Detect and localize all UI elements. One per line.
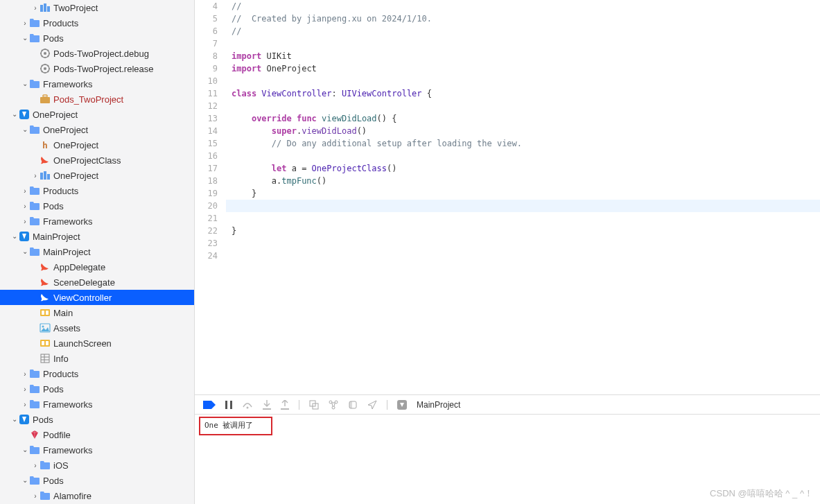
pause-button[interactable] <box>225 401 232 409</box>
line-number[interactable]: 9 <box>195 62 218 75</box>
line-number[interactable]: 6 <box>195 25 218 37</box>
line-number[interactable]: 16 <box>195 150 218 162</box>
disclosure-icon[interactable]: ⌄ <box>21 80 29 87</box>
code-line[interactable]: // <box>226 0 820 12</box>
disclosure-icon[interactable]: › <box>21 370 29 378</box>
tree-item-products[interactable]: ›Products <box>0 366 194 381</box>
disclosure-icon[interactable]: ⌄ <box>21 446 29 453</box>
tree-item-oneprojectclass[interactable]: OneProjectClass <box>0 153 194 168</box>
tree-item-scenedelegate[interactable]: SceneDelegate <box>0 275 194 290</box>
line-number[interactable]: 4 <box>195 0 218 12</box>
code-line[interactable] <box>226 200 820 212</box>
disclosure-icon[interactable]: › <box>31 172 40 180</box>
tree-item-info[interactable]: Info <box>0 351 194 366</box>
code-line[interactable]: import OneProject <box>226 62 820 75</box>
code-line[interactable] <box>226 37 820 50</box>
code-content[interactable]: //// Created by jianpeng.xu on 2024/1/10… <box>226 0 820 394</box>
tree-item-oneproject[interactable]: ›OneProject <box>0 168 194 183</box>
tree-item-products[interactable]: ›Products <box>0 183 194 198</box>
code-line[interactable]: // Do any additional setup after loading… <box>226 137 820 150</box>
line-number[interactable]: 14 <box>195 125 218 137</box>
line-number[interactable]: 23 <box>195 237 218 250</box>
env-overrides-button[interactable] <box>348 400 358 410</box>
line-number[interactable]: 21 <box>195 212 218 225</box>
toggle-breakpoints-button[interactable] <box>203 401 216 409</box>
tree-item-pods[interactable]: ⌄Pods <box>0 412 194 427</box>
line-number[interactable]: 22 <box>195 225 218 237</box>
code-line[interactable]: a.tmpFunc() <box>226 175 820 187</box>
tree-item-pods[interactable]: ⌄Pods <box>0 31 194 46</box>
line-number[interactable]: 19 <box>195 187 218 200</box>
code-line[interactable] <box>226 75 820 87</box>
tree-item-pods-twoproject[interactable]: Pods_TwoProject <box>0 92 194 107</box>
tree-item-pods[interactable]: ›Pods <box>0 381 194 397</box>
tree-item-pods[interactable]: ›Pods <box>0 198 194 214</box>
code-line[interactable]: } <box>226 187 820 200</box>
project-navigator[interactable]: ›TwoProject›Products⌄PodsPods-TwoProject… <box>0 0 195 504</box>
line-number[interactable]: 15 <box>195 137 218 150</box>
tree-item-main[interactable]: Main <box>0 305 194 320</box>
tree-item-products[interactable]: ›Products <box>0 15 194 31</box>
code-line[interactable] <box>226 150 820 162</box>
line-number[interactable]: 8 <box>195 50 218 62</box>
code-line[interactable]: // <box>226 25 820 37</box>
step-in-button[interactable] <box>263 400 271 410</box>
disclosure-icon[interactable]: ⌄ <box>21 34 29 42</box>
tree-item-pods[interactable]: ⌄Pods <box>0 473 194 488</box>
tree-item-mainproject[interactable]: ⌄MainProject <box>0 244 194 259</box>
tree-item-viewcontroller[interactable]: ViewController <box>0 290 194 305</box>
disclosure-icon[interactable]: ⌄ <box>21 247 29 255</box>
tree-item-frameworks[interactable]: ⌄Frameworks <box>0 76 194 92</box>
view-hierarchy-button[interactable] <box>309 400 319 410</box>
line-number[interactable]: 13 <box>195 112 218 125</box>
disclosure-icon[interactable]: › <box>21 385 29 393</box>
tree-item-mainproject[interactable]: ⌄MainProject <box>0 229 194 244</box>
tree-item-oneproject[interactable]: ⌄OneProject <box>0 122 194 137</box>
code-editor[interactable]: 456789101112131415161718192021222324 ///… <box>195 0 820 394</box>
code-line[interactable]: // Created by jianpeng.xu on 2024/1/10. <box>226 12 820 25</box>
tree-item-twoproject[interactable]: ›TwoProject <box>0 0 194 15</box>
line-number[interactable]: 7 <box>195 37 218 50</box>
tree-item-oneproject[interactable]: hOneProject <box>0 137 194 153</box>
code-line[interactable]: override func viewDidLoad() { <box>226 112 820 125</box>
line-number[interactable]: 20 <box>195 200 218 212</box>
disclosure-icon[interactable]: › <box>21 401 29 408</box>
code-line[interactable] <box>226 237 820 250</box>
line-number[interactable]: 11 <box>195 87 218 100</box>
memory-graph-button[interactable] <box>329 400 338 410</box>
code-line[interactable]: let a = OneProjectClass() <box>226 162 820 175</box>
tree-item-launchscreen[interactable]: LaunchScreen <box>0 336 194 351</box>
disclosure-icon[interactable]: › <box>31 4 40 12</box>
tree-item-frameworks[interactable]: ⌄Frameworks <box>0 442 194 458</box>
console-panel[interactable]: One 被调用了 CSDN @嘻嘻哈哈 ^ _ ^！ <box>195 414 820 504</box>
tree-item-oneproject[interactable]: ⌄OneProject <box>0 107 194 122</box>
disclosure-icon[interactable]: › <box>21 19 29 27</box>
code-line[interactable]: super.viewDidLoad() <box>226 125 820 137</box>
code-line[interactable] <box>226 212 820 225</box>
disclosure-icon[interactable]: › <box>21 218 29 225</box>
tree-item-frameworks[interactable]: ›Frameworks <box>0 397 194 412</box>
disclosure-icon[interactable]: › <box>21 187 29 195</box>
tree-item-alamofire[interactable]: ›Alamofire <box>0 488 194 503</box>
tree-item-podfile[interactable]: Podfile <box>0 427 194 442</box>
disclosure-icon[interactable]: ⌄ <box>10 415 19 423</box>
tree-item-pods-twoproject-release[interactable]: Pods-TwoProject.release <box>0 61 194 76</box>
code-line[interactable]: } <box>226 225 820 237</box>
disclosure-icon[interactable]: ⌄ <box>21 476 29 484</box>
code-line[interactable] <box>226 250 820 262</box>
step-out-button[interactable] <box>281 400 289 410</box>
disclosure-icon[interactable]: › <box>21 202 29 210</box>
line-number[interactable]: 5 <box>195 12 218 25</box>
line-number[interactable]: 18 <box>195 175 218 187</box>
code-line[interactable] <box>226 100 820 112</box>
line-number[interactable]: 24 <box>195 250 218 262</box>
disclosure-icon[interactable]: ⌄ <box>21 125 29 133</box>
line-number[interactable]: 12 <box>195 100 218 112</box>
line-number[interactable]: 10 <box>195 75 218 87</box>
location-button[interactable] <box>367 400 377 410</box>
disclosure-icon[interactable]: › <box>31 462 40 469</box>
tree-item-assets[interactable]: Assets <box>0 320 194 336</box>
tree-item-ios[interactable]: ›iOS <box>0 458 194 473</box>
disclosure-icon[interactable]: › <box>31 492 40 500</box>
disclosure-icon[interactable]: ⌄ <box>10 232 19 240</box>
